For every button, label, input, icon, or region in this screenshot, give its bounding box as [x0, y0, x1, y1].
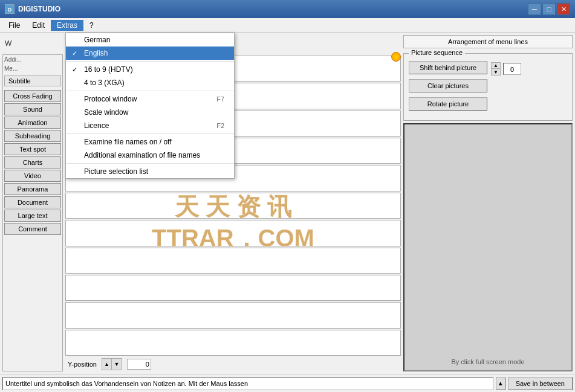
additional-box: Addi... Me... Subtitle Cross Fading Soun… [2, 54, 63, 371]
position-row: Y-position ▲ ▼ [65, 357, 401, 371]
dropdown-scale[interactable]: Scale window [66, 106, 234, 119]
btn-large-text[interactable]: Large text [4, 210, 61, 222]
picture-sequence-box: Picture sequence Shift behind picture ▲ … [403, 53, 573, 121]
dropdown-examine[interactable]: Examine file names on / off [66, 135, 234, 149]
menu-bar: File Edit Extras ? German ✓ English ✓ 16… [0, 18, 575, 33]
protocol-shortcut: F7 [216, 95, 224, 103]
menu-edit[interactable]: Edit [26, 20, 51, 31]
w-label: W [2, 38, 14, 49]
bottom-bar: ▲ Save in between [0, 374, 575, 392]
badge-area [391, 52, 403, 64]
btn-cross-fading[interactable]: Cross Fading [4, 90, 61, 102]
subtitle-tab[interactable]: Subtitle [4, 76, 61, 86]
text-input-7[interactable] [65, 220, 401, 246]
preview-box[interactable]: By click full screen mode [403, 123, 573, 371]
svg-text:D: D [8, 7, 12, 13]
dropdown-english-label: English [84, 49, 108, 57]
dropdown-hdtv-label: 16 to 9 (HDTV) [84, 65, 133, 74]
picture-sequence-label: Picture sequence [409, 49, 465, 56]
shift-down[interactable]: ▼ [492, 69, 500, 75]
text-input-8[interactable] [65, 248, 401, 274]
btn-comment[interactable]: Comment [4, 223, 61, 235]
me-label: Me... [4, 65, 61, 72]
window-controls: ─ □ ✕ [528, 3, 570, 15]
notification-badge [391, 52, 401, 62]
btn-text-spot[interactable]: Text spot [4, 143, 61, 155]
dropdown-protocol-label: Protocol window [84, 95, 137, 103]
btn-video[interactable]: Video [4, 170, 61, 182]
save-in-between-btn[interactable]: Save in between [508, 377, 573, 390]
text-input-9[interactable] [65, 275, 401, 301]
close-button[interactable]: ✕ [557, 3, 570, 15]
arrangement-tab[interactable]: Arrangement of menu lines [403, 35, 573, 48]
text-input-10[interactable] [65, 302, 401, 328]
rotate-picture-btn[interactable]: Rotate picture [409, 97, 487, 111]
bottom-text-input[interactable] [2, 377, 493, 390]
dropdown-protocol[interactable]: Protocol window F7 [66, 92, 234, 106]
rotate-row: Rotate picture [409, 97, 567, 113]
scroll-up-btn[interactable]: ▲ [496, 377, 505, 390]
right-panel: Arrangement of menu lines Picture sequen… [403, 35, 573, 371]
y-down-btn[interactable]: ▼ [112, 359, 122, 370]
extras-dropdown: German ✓ English ✓ 16 to 9 (HDTV) 4 to 3… [65, 33, 235, 179]
shift-up[interactable]: ▲ [492, 63, 500, 69]
separator-3 [66, 133, 234, 134]
side-buttons-panel: Addi... Me... Subtitle Cross Fading Soun… [2, 54, 63, 371]
separator-2 [66, 91, 234, 91]
preview-hint: By click full screen mode [451, 358, 524, 365]
y-position-label: Y-position [68, 361, 97, 368]
clear-pictures-btn[interactable]: Clear pictures [409, 79, 487, 92]
dropdown-xga-label: 4 to 3 (XGA) [84, 79, 125, 87]
btn-charts[interactable]: Charts [4, 156, 61, 169]
minimize-button[interactable]: ─ [528, 3, 541, 15]
shift-number: 0 [503, 63, 521, 75]
dropdown-hdtv[interactable]: ✓ 16 to 9 (HDTV) [66, 63, 234, 76]
menu-help[interactable]: ? [83, 20, 100, 31]
y-value-input[interactable] [127, 359, 151, 370]
dropdown-licence[interactable]: Licence F2 [66, 119, 234, 132]
shift-row: Shift behind picture ▲ ▼ 0 [409, 61, 567, 77]
btn-animation[interactable]: Animation [4, 117, 61, 129]
app-title: DIGISTUDIO [18, 5, 528, 13]
text-input-11[interactable] [65, 330, 401, 356]
menu-extras[interactable]: Extras [51, 20, 83, 31]
dropdown-scale-label: Scale window [84, 108, 128, 117]
dropdown-additional-exam[interactable]: Additional examination of file names [66, 149, 234, 162]
licence-shortcut: F2 [216, 122, 224, 129]
additional-title: Addi... [4, 56, 61, 63]
dropdown-pic-select[interactable]: Picture selection list [66, 165, 234, 178]
app-icon: D [5, 4, 15, 14]
y-up-btn[interactable]: ▲ [102, 359, 112, 370]
separator-4 [66, 163, 234, 164]
btn-subheading[interactable]: Subheading [4, 130, 61, 142]
dropdown-german-label: German [84, 36, 110, 44]
shift-spinner: ▲ ▼ [491, 62, 501, 76]
btn-panorama[interactable]: Panorama [4, 183, 61, 195]
shift-behind-btn[interactable]: Shift behind picture [409, 61, 487, 74]
dropdown-pic-select-label: Picture selection list [84, 167, 148, 176]
separator-1 [66, 61, 234, 62]
btn-document[interactable]: Document [4, 196, 61, 208]
y-spinner: ▲ ▼ [102, 358, 122, 370]
text-input-6[interactable] [65, 193, 401, 219]
dropdown-xga[interactable]: 4 to 3 (XGA) [66, 76, 234, 89]
dropdown-additional-exam-label: Additional examination of file names [84, 151, 200, 159]
maximize-button[interactable]: □ [542, 3, 556, 15]
dropdown-licence-label: Licence [84, 121, 109, 130]
hdtv-checkmark: ✓ [72, 66, 77, 74]
title-bar: D DIGISTUDIO ─ □ ✕ [0, 0, 575, 18]
btn-sound[interactable]: Sound [4, 103, 61, 115]
dropdown-examine-label: Examine file names on / off [84, 138, 172, 146]
clear-row: Clear pictures [409, 79, 567, 95]
english-checkmark: ✓ [72, 50, 77, 57]
dropdown-german[interactable]: German [66, 33, 234, 47]
menu-file[interactable]: File [2, 20, 26, 31]
dropdown-english[interactable]: ✓ English [66, 47, 234, 60]
